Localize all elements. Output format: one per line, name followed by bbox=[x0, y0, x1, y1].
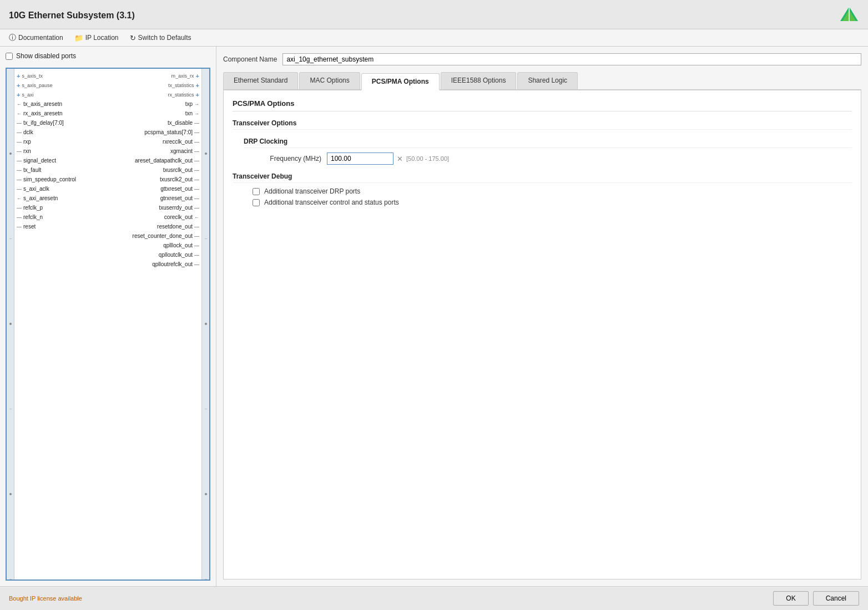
license-text: Bought IP license available bbox=[9, 595, 82, 602]
port-right-qplloutrefclk: qplloutrefclk_out — bbox=[108, 261, 202, 267]
port-row-4: ← tx_axis_aresetn txp → bbox=[14, 99, 201, 109]
main-window: 10G Ethernet Subsystem (3.1) ⓘ Documenta… bbox=[0, 0, 868, 610]
documentation-button[interactable]: ⓘ Documentation bbox=[9, 33, 63, 43]
port-row-16: — refclk_n coreclk_out ← bbox=[14, 212, 201, 222]
port-row-3: + s_axi rx_statistics + bbox=[14, 90, 201, 99]
control-status-ports-label: Additional transceiver control and statu… bbox=[264, 199, 399, 206]
frequency-row: Frequency (MHz) ✕ [50.00 - 175.00] bbox=[255, 152, 852, 165]
port-row-9: — rxn xgmacint — bbox=[14, 146, 201, 156]
documentation-label: Documentation bbox=[18, 34, 63, 42]
port-right-qplllock: qplllock_out — bbox=[108, 242, 202, 248]
drp-ports-label: Additional transceiver DRP ports bbox=[264, 187, 360, 195]
component-name-label: Component Name bbox=[223, 55, 277, 63]
plus-s-axi[interactable]: + bbox=[17, 92, 20, 98]
port-row-11: — tx_fault txusrclk_out — bbox=[14, 165, 201, 175]
port-left-rx-axis-aresetn: ← rx_axis_aresetn bbox=[14, 110, 108, 116]
diagram-ports: + s_axis_tx m_axis_rx + + s_axis_p bbox=[14, 69, 201, 580]
component-name-row: Component Name bbox=[223, 53, 861, 65]
tab-content: PCS/PMA Options Transceiver Options DRP … bbox=[223, 90, 861, 580]
port-row-19: qplllock_out — bbox=[14, 241, 201, 250]
port-row-2: + s_axis_pause tx_statistics + bbox=[14, 80, 201, 90]
folder-icon: 📁 bbox=[74, 34, 83, 42]
tab-ieee1588-options[interactable]: IEEE1588 Options bbox=[441, 72, 517, 89]
ip-location-button[interactable]: 📁 IP Location bbox=[74, 34, 119, 42]
checkbox-row-drp: Additional transceiver DRP ports bbox=[253, 187, 852, 195]
switch-defaults-label: Switch to Defaults bbox=[138, 34, 191, 42]
port-right-tx-disable: tx_disable — bbox=[108, 120, 202, 126]
plus-rx-statistics[interactable]: + bbox=[196, 92, 199, 98]
plus-s-axis-pause[interactable]: + bbox=[17, 82, 20, 89]
show-disabled-ports-checkbox[interactable] bbox=[6, 53, 13, 60]
rstrip-seg-1 bbox=[205, 69, 207, 239]
port-row-1: + s_axis_tx m_axis_rx + bbox=[14, 71, 201, 80]
port-row-18: reset_counter_done_out — bbox=[14, 231, 201, 241]
port-left-refclk-n: — refclk_n bbox=[14, 214, 108, 220]
port-right-reset-counter-done: reset_counter_done_out — bbox=[108, 233, 202, 239]
toolbar: ⓘ Documentation 📁 IP Location ↻ Switch t… bbox=[0, 29, 868, 47]
tab-ethernet-standard[interactable]: Ethernet Standard bbox=[223, 72, 298, 89]
app-title: 10G Ethernet Subsystem (3.1) bbox=[9, 11, 135, 21]
drp-ports-checkbox[interactable] bbox=[253, 188, 260, 195]
port-right-xgmacint: xgmacint — bbox=[108, 148, 202, 154]
rstrip-seg-2 bbox=[205, 239, 207, 409]
port-left-s-axis-pause: + s_axis_pause bbox=[14, 82, 108, 89]
port-right-m-axis-rx: m_axis_rx + bbox=[108, 73, 202, 79]
frequency-input[interactable] bbox=[327, 152, 393, 165]
port-right-txuserrdy: txuserrdy_out — bbox=[108, 205, 202, 211]
tab-shared-logic[interactable]: Shared Logic bbox=[517, 72, 578, 89]
port-left-s-axi-aresetn: ← s_axi_aresetn bbox=[14, 195, 108, 201]
port-diagram: + s_axis_tx m_axis_rx + + s_axis_p bbox=[6, 68, 210, 581]
right-strip bbox=[201, 69, 209, 580]
port-right-pcspma-status: pcspma_status[7:0] — bbox=[108, 129, 202, 135]
left-strip bbox=[7, 69, 14, 580]
tab-bar: Ethernet Standard MAC Options PCS/PMA Op… bbox=[223, 72, 861, 90]
checkbox-row-control: Additional transceiver control and statu… bbox=[253, 199, 852, 206]
frequency-clear-button[interactable]: ✕ bbox=[397, 155, 403, 163]
port-left-refclk-p: — refclk_p bbox=[14, 205, 108, 211]
refresh-icon: ↻ bbox=[130, 34, 136, 42]
port-left-s-axi-aclk: — s_axi_aclk bbox=[14, 186, 108, 192]
port-left-sim-speedup: — sim_speedup_control bbox=[14, 176, 108, 182]
port-row-8: — rxp rxrecclk_out — bbox=[14, 137, 201, 146]
port-right-txp: txp → bbox=[108, 101, 202, 107]
tab-mac-options[interactable]: MAC Options bbox=[299, 72, 360, 89]
port-row-12: — sim_speedup_control txusrclk2_out — bbox=[14, 175, 201, 184]
port-left-rxn: — rxn bbox=[14, 148, 108, 154]
port-right-txusrclk2-out: txusrclk2_out — bbox=[108, 176, 202, 182]
frequency-range: [50.00 - 175.00] bbox=[406, 155, 449, 162]
port-right-tx-statistics: tx_statistics + bbox=[108, 82, 202, 89]
xilinx-logo bbox=[839, 6, 859, 26]
control-status-ports-checkbox[interactable] bbox=[253, 199, 260, 206]
tab-pcs-pma-options[interactable]: PCS/PMA Options bbox=[361, 73, 440, 90]
port-left-signal-detect: — signal_detect bbox=[14, 157, 108, 164]
strip-seg-2 bbox=[9, 239, 12, 409]
plus-m-axis-rx[interactable]: + bbox=[196, 73, 199, 79]
bottom-bar: Bought IP license available OK Cancel bbox=[0, 586, 868, 610]
port-right-rx-statistics: rx_statistics + bbox=[108, 92, 202, 98]
logo-svg bbox=[839, 6, 859, 26]
content-area: Show disabled ports bbox=[0, 47, 868, 586]
subsection-transceiver-options: Transceiver Options bbox=[233, 119, 852, 130]
port-row-7: — dclk pcspma_status[7:0] — bbox=[14, 128, 201, 137]
plus-tx-statistics[interactable]: + bbox=[196, 82, 199, 89]
port-left-tx-fault: — tx_fault bbox=[14, 167, 108, 173]
frequency-label: Frequency (MHz) bbox=[255, 155, 321, 162]
drp-clocking-title: DRP Clocking bbox=[244, 138, 852, 148]
plus-s-axis-tx[interactable]: + bbox=[17, 73, 20, 79]
transceiver-debug-title: Transceiver Debug bbox=[233, 172, 852, 183]
switch-defaults-button[interactable]: ↻ Switch to Defaults bbox=[130, 34, 191, 42]
cancel-button[interactable]: Cancel bbox=[813, 591, 859, 606]
port-left-reset: — reset bbox=[14, 223, 108, 230]
ip-location-label: IP Location bbox=[85, 34, 119, 42]
port-row-5: ← rx_axis_aresetn txn → bbox=[14, 109, 201, 118]
drp-clocking-section: DRP Clocking Frequency (MHz) ✕ [50.00 - … bbox=[244, 138, 852, 165]
info-icon: ⓘ bbox=[9, 33, 16, 43]
bottom-buttons: OK Cancel bbox=[773, 591, 859, 606]
transceiver-debug-section: Transceiver Debug Additional transceiver… bbox=[233, 172, 852, 206]
port-row-15: — refclk_p txuserrdy_out — bbox=[14, 203, 201, 212]
ok-button[interactable]: OK bbox=[773, 591, 808, 606]
strip-seg-1 bbox=[9, 69, 12, 239]
port-left-s-axis-tx: + s_axis_tx bbox=[14, 73, 108, 79]
component-name-input[interactable] bbox=[282, 53, 861, 65]
port-left-dclk: — dclk bbox=[14, 129, 108, 135]
